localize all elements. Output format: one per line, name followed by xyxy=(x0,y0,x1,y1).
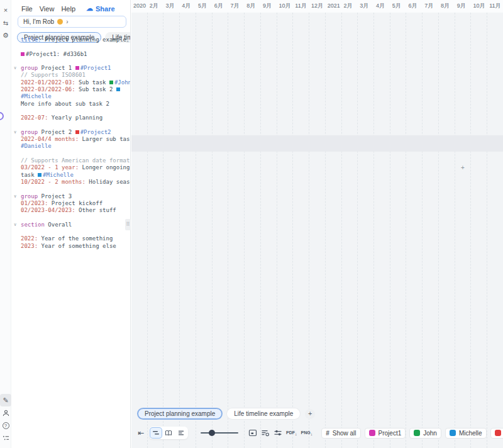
legend-label: John xyxy=(423,430,437,437)
code-line[interactable]: ∨group Project 3 xyxy=(11,193,125,200)
zoom-slider[interactable] xyxy=(201,429,238,437)
edit-pencil-icon[interactable]: ✎ xyxy=(0,394,11,406)
code-token: 02/2023-04/2023: xyxy=(21,207,75,213)
help-icon[interactable]: ? xyxy=(0,419,11,432)
code-token: Other stuff xyxy=(75,207,116,213)
month-label: 7月 xyxy=(423,0,439,13)
month-column xyxy=(309,13,326,448)
gear-icon[interactable]: ⚙ xyxy=(0,29,11,42)
share-button[interactable]: ☁ Share xyxy=(86,4,115,13)
timeline-month-header: 20202月3月4月5月6月7月8月9月10月11月12月20212月3月4月5… xyxy=(131,0,503,13)
zoom-slider-thumb[interactable] xyxy=(209,430,215,436)
month-label: 6月 xyxy=(213,0,229,13)
filter-settings-icon[interactable] xyxy=(261,428,270,437)
code-line[interactable]: // Supports ISO8601 xyxy=(11,72,125,79)
month-column xyxy=(374,13,390,448)
tag-color-swatch xyxy=(75,130,79,134)
code-token: // Supports ISO8601 xyxy=(21,72,86,78)
export-pdf-button[interactable]: PDF↓ xyxy=(286,430,297,436)
show-all-button[interactable]: # Show all xyxy=(321,428,360,439)
code-line[interactable]: ∨group Project 2 #Project2 xyxy=(11,129,125,136)
code-line[interactable]: 2022-01/2022-03: Sub task #John xyxy=(11,79,125,86)
code-line[interactable] xyxy=(11,228,125,235)
code-line[interactable]: 2023: Year of something else xyxy=(11,243,125,250)
view-timeline-icon[interactable] xyxy=(150,428,162,438)
code-line[interactable] xyxy=(11,58,125,65)
minimap-toggle-icon[interactable] xyxy=(248,428,257,437)
menubar: File View Help ☁ Share xyxy=(11,0,130,13)
close-icon[interactable]: × xyxy=(0,4,11,16)
outline-icon[interactable] xyxy=(0,432,11,444)
legend-tag-john[interactable]: John xyxy=(409,428,441,439)
code-line[interactable]: 10/2022 - 2 months: Holiday season xyxy=(11,179,125,186)
code-line[interactable]: #Michelle xyxy=(11,93,125,100)
code-token: Project planning example xyxy=(41,36,126,43)
collapse-chevron-icon[interactable]: ∨ xyxy=(14,65,16,72)
legend-tag-project1[interactable]: Project1 xyxy=(365,428,406,439)
code-line[interactable]: ∨group Project 1 #Project1 xyxy=(11,65,125,72)
code-token: #Project2 xyxy=(80,129,111,135)
export-png-button[interactable]: PNG↓ xyxy=(301,430,313,436)
download-arrow-icon: ↓ xyxy=(311,432,313,436)
legend-tag-project2[interactable]: Project2 xyxy=(490,428,503,439)
code-line[interactable]: 2022-07: Yearly planning xyxy=(11,115,125,121)
scroll-up-icon[interactable]: ▲ xyxy=(126,39,130,43)
view-list-icon[interactable] xyxy=(175,428,187,438)
code-token: 03/2022 - 1 year: xyxy=(21,164,79,171)
view-book-icon[interactable] xyxy=(163,428,174,438)
month-label: 3月 xyxy=(163,0,180,13)
code-line[interactable]: 2022: Year of the something xyxy=(11,235,125,242)
code-line[interactable]: ∨section Overall xyxy=(11,221,125,228)
code-line[interactable] xyxy=(11,214,125,221)
code-line[interactable] xyxy=(11,122,125,129)
code-line[interactable]: More info about sub task 2 xyxy=(11,101,125,108)
code-line[interactable]: 02/2023-04/2023: Other stuff xyxy=(11,207,125,214)
undo-redo-icon[interactable]: ⇆ xyxy=(0,16,11,29)
adjust-sliders-icon[interactable] xyxy=(274,428,282,437)
menu-help[interactable]: Help xyxy=(61,5,75,13)
collapse-chevron-icon[interactable]: ∨ xyxy=(14,129,16,136)
tag-color-swatch xyxy=(75,66,79,70)
person-icon[interactable] xyxy=(0,406,11,419)
code-token: Project 1 xyxy=(38,65,75,71)
code-line[interactable] xyxy=(11,43,125,50)
menu-file[interactable]: File xyxy=(21,5,33,13)
legend-label: Project1 xyxy=(379,430,402,437)
code-line[interactable] xyxy=(11,108,125,115)
add-event-hint[interactable]: + xyxy=(461,164,465,171)
menu-view[interactable]: View xyxy=(40,5,55,13)
code-line[interactable] xyxy=(11,150,125,157)
code-token: #Michelle xyxy=(21,93,52,99)
code-line[interactable]: task #Michelle xyxy=(11,172,125,179)
code-line[interactable]: 2022-04/4 months: Larger sub task xyxy=(11,136,125,143)
code-token: Project 3 xyxy=(38,193,72,199)
code-line[interactable] xyxy=(11,186,125,193)
code-line[interactable]: 03/2022 - 1 year: Longer ongoing xyxy=(11,164,125,171)
tag-color-swatch xyxy=(109,81,113,84)
code-token: group xyxy=(21,65,38,71)
section-band-overall xyxy=(131,135,503,152)
code-token: 2022-04/4 months: xyxy=(21,136,79,142)
collapse-chevron-icon[interactable]: ∨ xyxy=(14,193,16,200)
collapse-chevron-icon[interactable]: ∨ xyxy=(14,221,16,228)
new-tab-button[interactable]: + xyxy=(305,409,315,419)
code-token: Larger sub task xyxy=(79,136,131,142)
code-line[interactable]: title: Project planning example xyxy=(11,36,125,43)
pane-resize-handle[interactable]: ⠿ xyxy=(125,219,131,230)
month-label: 11月 xyxy=(487,0,503,13)
legend-color-swatch xyxy=(450,430,456,436)
code-line[interactable]: #Project1: #d336b1 xyxy=(11,51,125,58)
bottom-tab-1[interactable]: Life timeline example xyxy=(227,408,300,419)
assistant-prompt-input[interactable]: Hi, I'm Rob › xyxy=(18,16,126,28)
month-label: 10月 xyxy=(277,0,294,13)
legend-tag-michelle[interactable]: Michelle xyxy=(445,428,487,439)
bottom-tab-0[interactable]: Project planning example xyxy=(138,408,222,419)
code-line[interactable]: #Danielle xyxy=(11,143,125,150)
code-line[interactable]: // Supports American date formats xyxy=(11,157,125,164)
goto-start-icon[interactable]: ⇤ xyxy=(136,428,145,437)
avatar[interactable] xyxy=(0,112,4,120)
code-editor[interactable]: title: Project planning example#Project1… xyxy=(11,36,125,448)
month-label: 9月 xyxy=(261,0,277,13)
code-line[interactable]: 01/2023: Project kickoff xyxy=(11,200,125,207)
code-line[interactable]: 2022-03/2022-06: Sub task 2 xyxy=(11,86,125,93)
